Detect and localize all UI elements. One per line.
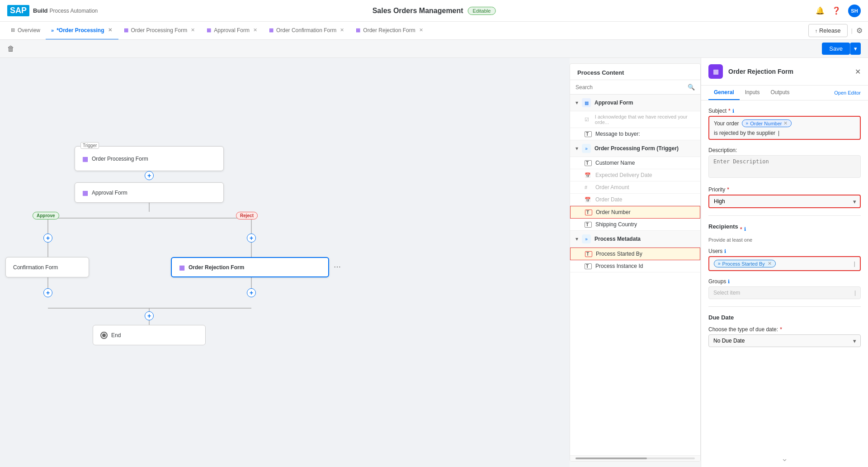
users-field[interactable]: » Process Started By ✕ | xyxy=(708,256,861,271)
subject-info-icon[interactable]: ℹ xyxy=(732,108,734,114)
users-info-icon[interactable]: ℹ xyxy=(724,248,726,254)
order-processing-section-header[interactable]: ▾ » Order Processing Form (Trigger) xyxy=(570,140,700,157)
users-variable-close[interactable]: ✕ xyxy=(768,261,772,267)
release-button[interactable]: ↑ Release xyxy=(808,24,848,37)
description-field[interactable] xyxy=(708,155,861,178)
tab-order-processing-label: *Order Processing xyxy=(57,27,104,33)
right-panel-form-icon: ▦ xyxy=(708,64,723,79)
canvas[interactable]: Trigger ▦ Order Processing Form + ▦ Appr… xyxy=(0,58,570,467)
plus-trigger-approval[interactable]: + xyxy=(145,171,154,180)
groups-info-icon[interactable]: ℹ xyxy=(728,279,730,285)
trigger-node-icon: ▦ xyxy=(82,155,88,162)
rejection-more-button[interactable]: ⋯ xyxy=(334,262,341,271)
plus-confirmation-below[interactable]: + xyxy=(43,288,52,297)
tab-opf-close[interactable]: ✕ xyxy=(190,27,196,33)
right-tab-inputs[interactable]: Inputs xyxy=(740,86,765,100)
product-name: Build xyxy=(33,7,48,14)
tab-opf-label: Order Processing Form xyxy=(131,27,188,33)
tab-ocf-close[interactable]: ✕ xyxy=(339,27,345,33)
pm-section-title: Process Metadata xyxy=(594,236,695,242)
approval-form-item-ack[interactable]: ☑ I acknowledge that we have received yo… xyxy=(570,111,700,128)
user-avatar[interactable]: SH xyxy=(848,5,861,17)
plus-approve[interactable]: + xyxy=(43,234,52,243)
opf-item-edd-label: Expected Delivery Date xyxy=(595,172,652,178)
trigger-node-label: Order Processing Form xyxy=(92,156,148,162)
editable-badge: Editable xyxy=(468,7,496,15)
priority-label: Priority * xyxy=(708,186,861,193)
tab-orf-close[interactable]: ✕ xyxy=(418,27,424,33)
number-icon-oa: # xyxy=(585,185,592,190)
end-node-label: End xyxy=(111,332,121,338)
description-field-group: Description: xyxy=(708,147,861,179)
right-tab-outputs[interactable]: Outputs xyxy=(765,86,795,100)
opf-item-oa-label: Order Amount xyxy=(595,184,629,191)
tab-order-processing-form[interactable]: ▦ Order Processing Form ✕ xyxy=(118,22,202,40)
approval-form-section-title: Approval Form xyxy=(594,100,695,106)
users-var-icon: » xyxy=(718,261,721,266)
save-button[interactable]: Save xyxy=(822,43,850,55)
save-dropdown-button[interactable]: ▾ xyxy=(850,43,861,55)
opf-item-order-amount[interactable]: # Order Amount xyxy=(570,181,700,194)
app-title: Sales Orders Management xyxy=(373,7,463,15)
end-node[interactable]: End xyxy=(93,325,206,345)
right-panel-title: Order Rejection Form xyxy=(728,68,849,75)
tab-order-processing[interactable]: » *Order Processing ✕ xyxy=(46,22,118,40)
tab-bar: ⊞ Overview » *Order Processing ✕ ▦ Order… xyxy=(0,22,868,40)
flow-container: Trigger ▦ Order Processing Form + ▦ Appr… xyxy=(0,58,570,467)
tab-overview[interactable]: ⊞ Overview xyxy=(5,22,46,40)
users-field-group: Users ℹ » Process Started By ✕ | xyxy=(708,248,861,271)
process-search-input[interactable] xyxy=(576,84,684,91)
recipients-info-icon[interactable]: ℹ xyxy=(744,226,746,232)
users-field-cursor: | xyxy=(854,260,855,267)
help-icon[interactable]: ❓ xyxy=(832,6,841,15)
opf-section-title: Order Processing Form (Trigger) xyxy=(594,145,695,152)
approval-node-icon: ▦ xyxy=(82,189,88,196)
checkbox-icon: ☑ xyxy=(585,117,591,123)
process-metadata-section: ▾ » Process Metadata T Process Started B… xyxy=(570,231,700,272)
subject-variable-close[interactable]: ✕ xyxy=(783,120,788,126)
due-date-select[interactable]: No Due Date Static Dynamic xyxy=(708,334,861,347)
tab-af-close[interactable]: ✕ xyxy=(252,27,258,33)
order-processing-icon: » xyxy=(51,28,54,33)
priority-select[interactable]: High Low Medium Very High No Priority xyxy=(708,195,861,208)
plus-rejection-below[interactable]: + xyxy=(247,288,256,297)
process-metadata-section-header[interactable]: ▾ » Process Metadata xyxy=(570,231,700,248)
recipients-title: Recipients xyxy=(708,223,738,230)
right-panel-close-button[interactable]: ✕ xyxy=(855,67,861,76)
pm-item-pi-label: Process Instance Id xyxy=(595,263,643,269)
subject-variable-icon: » xyxy=(746,121,749,126)
opf-item-customer-name[interactable]: T Customer Name xyxy=(570,157,700,169)
open-editor-button[interactable]: Open Editor xyxy=(834,90,861,95)
groups-field[interactable]: Select item | xyxy=(708,286,861,299)
priority-required-star: * xyxy=(727,186,729,193)
approval-form-section-header[interactable]: ▾ ▦ Approval Form xyxy=(570,95,700,111)
delete-button[interactable]: 🗑 xyxy=(7,45,14,53)
plus-reject[interactable]: + xyxy=(247,234,256,243)
opf-item-order-date[interactable]: 📅 Order Date xyxy=(570,194,700,206)
subject-required-star: * xyxy=(728,108,731,114)
approval-form-item-message[interactable]: T Message to buyer: xyxy=(570,128,700,140)
pm-item-process-started-by[interactable]: T Process Started By xyxy=(570,248,700,260)
rejection-node[interactable]: ▦ Order Rejection Form xyxy=(171,257,329,277)
tab-order-confirmation-form[interactable]: ▦ Order Confirmation Form ✕ xyxy=(264,22,350,40)
right-tab-general[interactable]: General xyxy=(708,86,740,100)
settings-icon[interactable]: ⚙ xyxy=(856,26,863,35)
tab-approval-form[interactable]: ▦ Approval Form ✕ xyxy=(201,22,264,40)
rejection-node-label: Order Rejection Form xyxy=(189,264,244,271)
pm-section-icon: » xyxy=(582,234,591,243)
approval-node[interactable]: ▦ Approval Form xyxy=(75,182,224,203)
plus-merge[interactable]: + xyxy=(145,311,154,320)
confirmation-node[interactable]: Confirmation Form xyxy=(5,257,89,277)
opf-item-shipping-country[interactable]: T Shipping Country xyxy=(570,219,700,231)
subject-field[interactable]: Your order » Order Number ✕ is rejected … xyxy=(708,116,861,140)
tab-order-rejection-form[interactable]: ▦ Order Rejection Form ✕ xyxy=(350,22,429,40)
pm-item-process-instance[interactable]: T Process Instance Id xyxy=(570,260,700,272)
notifications-icon[interactable]: 🔔 xyxy=(816,6,825,15)
tab-order-processing-close[interactable]: ✕ xyxy=(107,27,113,33)
opf-item-order-number[interactable]: T Order Number xyxy=(570,206,700,219)
opf-item-edd[interactable]: 📅 Expected Delivery Date xyxy=(570,169,700,181)
trigger-node[interactable]: Trigger ▦ Order Processing Form xyxy=(75,146,224,171)
text-icon-on: T xyxy=(585,210,592,215)
scroll-indicator: ⌄ xyxy=(701,450,868,467)
text-icon-psb: T xyxy=(585,251,592,257)
